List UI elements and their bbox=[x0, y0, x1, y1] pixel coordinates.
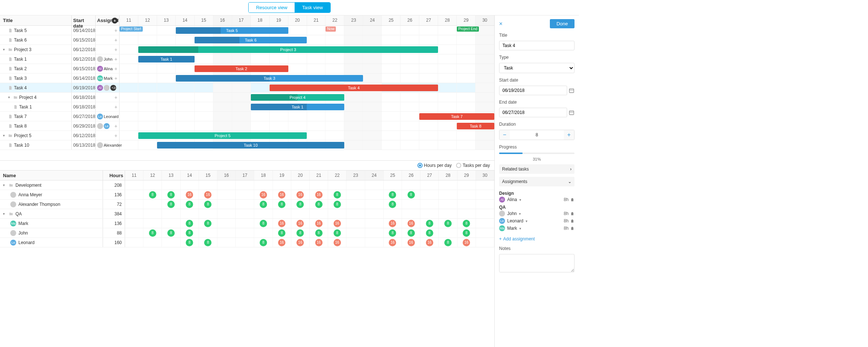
duration-value[interactable]: 8 bbox=[510, 132, 564, 137]
duration-increase-button[interactable]: + bbox=[564, 130, 574, 140]
delete-icon[interactable] bbox=[570, 226, 574, 230]
workload-bubble[interactable]: 16 bbox=[260, 191, 267, 198]
column-header-title[interactable]: Title bbox=[0, 15, 72, 25]
workload-bubble[interactable]: 16 bbox=[426, 239, 433, 246]
workload-bubble[interactable]: 8 bbox=[408, 191, 415, 198]
chevron-down-icon[interactable]: ▾ bbox=[3, 133, 7, 137]
chevron-down-icon[interactable]: ▾ bbox=[519, 226, 521, 230]
add-row-button[interactable]: + bbox=[114, 85, 117, 91]
workload-bubble[interactable]: 8 bbox=[389, 201, 396, 208]
add-row-button[interactable]: + bbox=[114, 37, 117, 43]
resource-row[interactable]: Anna Meyer 136 88161616161616888 bbox=[0, 190, 494, 200]
gantt-bar[interactable]: Task 1 bbox=[138, 56, 195, 62]
task-row[interactable]: ▾Project 4 06/18/2018 + Project 4 bbox=[0, 93, 494, 102]
column-header-assigned[interactable]: Assigned + bbox=[96, 15, 120, 25]
workload-bubble[interactable]: 8 bbox=[186, 220, 193, 227]
gantt-bar[interactable]: Task 7 bbox=[419, 113, 494, 120]
add-row-button[interactable]: + bbox=[114, 47, 117, 53]
resource-row[interactable]: LeLeonard 160 88816161616161616816 bbox=[0, 238, 494, 247]
resource-row[interactable]: ▾Development 208 bbox=[0, 180, 494, 190]
notes-textarea[interactable] bbox=[499, 254, 574, 272]
radio-hours-per-day[interactable]: Hours per day bbox=[417, 163, 452, 168]
gantt-bar[interactable]: Project 3 bbox=[138, 46, 438, 53]
workload-bubble[interactable]: 8 bbox=[334, 191, 341, 198]
task-row[interactable]: ▾Project 3 06/12/2018 + Project 3 bbox=[0, 45, 494, 54]
workload-bubble[interactable]: 16 bbox=[278, 220, 285, 227]
calendar-icon[interactable] bbox=[569, 87, 574, 93]
workload-bubble[interactable]: 8 bbox=[260, 201, 267, 208]
resource-row[interactable]: ▾QA 384 bbox=[0, 209, 494, 219]
task-row[interactable]: Task 1 06/18/2018 + Task 1 bbox=[0, 102, 494, 112]
workload-bubble[interactable]: 16 bbox=[296, 239, 304, 246]
workload-bubble[interactable]: 8 bbox=[463, 229, 470, 237]
workload-bubble[interactable]: 8 bbox=[444, 220, 452, 227]
assignment-row[interactable]: LeLeonard▾8h bbox=[499, 217, 574, 225]
workload-bubble[interactable]: 8 bbox=[167, 191, 175, 198]
workload-bubble[interactable]: 16 bbox=[408, 239, 415, 246]
chevron-down-icon[interactable]: ▾ bbox=[8, 95, 12, 99]
workload-bubble[interactable]: 16 bbox=[408, 220, 415, 227]
title-input[interactable] bbox=[499, 41, 574, 50]
resource-row[interactable]: MaMark 136 888161616161616888 bbox=[0, 219, 494, 228]
gantt-bar[interactable]: Task 4 bbox=[270, 85, 438, 91]
workload-bubble[interactable]: 8 bbox=[149, 191, 156, 198]
chevron-down-icon[interactable]: ▾ bbox=[526, 219, 527, 223]
workload-bubble[interactable]: 8 bbox=[204, 239, 211, 246]
add-row-button[interactable]: + bbox=[114, 142, 117, 148]
end-date-input[interactable] bbox=[499, 108, 567, 117]
workload-bubble[interactable]: 16 bbox=[334, 239, 341, 246]
column-header-start[interactable]: Start date bbox=[72, 15, 96, 25]
workload-bubble[interactable]: 16 bbox=[296, 220, 304, 227]
workload-bubble[interactable]: 16 bbox=[463, 239, 470, 246]
chevron-down-icon[interactable]: ▾ bbox=[519, 198, 521, 202]
workload-bubble[interactable]: 8 bbox=[315, 229, 323, 237]
close-panel-button[interactable]: × bbox=[499, 21, 502, 27]
chevron-down-icon[interactable]: ▾ bbox=[3, 183, 7, 187]
add-row-button[interactable]: + bbox=[114, 94, 117, 100]
workload-bubble[interactable]: 8 bbox=[334, 201, 341, 208]
chevron-down-icon[interactable]: ▾ bbox=[3, 47, 7, 51]
gantt-bar[interactable]: Task 2 bbox=[195, 65, 288, 72]
workload-bubble[interactable]: 16 bbox=[204, 191, 211, 198]
done-button[interactable]: Done bbox=[550, 19, 574, 28]
chevron-down-icon[interactable]: ▾ bbox=[519, 212, 521, 216]
task-row[interactable]: Task 1 06/12/2018 John + Task 1 bbox=[0, 54, 494, 64]
task-view-button[interactable]: Task view bbox=[295, 3, 330, 12]
gantt-bar[interactable]: Task 3 bbox=[176, 75, 363, 82]
workload-bubble[interactable]: 8 bbox=[204, 220, 211, 227]
add-row-button[interactable]: + bbox=[114, 28, 117, 33]
gantt-bar[interactable]: Project 5 bbox=[138, 132, 307, 139]
gantt-bar[interactable]: Task 6 bbox=[195, 37, 307, 43]
workload-bubble[interactable]: 8 bbox=[186, 239, 193, 246]
add-row-button[interactable]: + bbox=[114, 114, 117, 119]
workload-bubble[interactable]: 8 bbox=[296, 229, 304, 237]
duration-decrease-button[interactable]: − bbox=[499, 130, 510, 140]
workload-bubble[interactable]: 16 bbox=[278, 239, 285, 246]
delete-icon[interactable] bbox=[570, 197, 574, 202]
gantt-bar[interactable]: Task 5 bbox=[176, 27, 288, 34]
assignment-row[interactable]: AlAlina▾8h bbox=[499, 196, 574, 203]
task-row[interactable]: ▾Project 5 06/12/2018 + Project 5 bbox=[0, 131, 494, 140]
task-row[interactable]: Task 6 06/15/2018 + Task 6 bbox=[0, 35, 494, 45]
assignment-row[interactable]: MaMark▾8h bbox=[499, 225, 574, 232]
assignment-row[interactable]: John▾8h bbox=[499, 210, 574, 217]
workload-bubble[interactable]: 8 bbox=[186, 201, 193, 208]
workload-bubble[interactable]: 8 bbox=[389, 229, 396, 237]
workload-bubble[interactable]: 8 bbox=[278, 201, 285, 208]
add-row-button[interactable]: + bbox=[114, 66, 117, 72]
start-date-input[interactable] bbox=[499, 86, 567, 95]
workload-bubble[interactable]: 8 bbox=[167, 201, 175, 208]
delete-icon[interactable] bbox=[570, 211, 574, 216]
add-row-button[interactable]: + bbox=[114, 104, 117, 110]
gantt-bar[interactable]: Task 10 bbox=[157, 142, 345, 149]
workload-bubble[interactable]: 8 bbox=[204, 201, 211, 208]
workload-bubble[interactable]: 16 bbox=[186, 191, 193, 198]
workload-bubble[interactable]: 8 bbox=[426, 220, 433, 227]
calendar-icon[interactable] bbox=[569, 110, 574, 115]
task-row[interactable]: Task 10 06/13/2018 Alexander + Task 10 bbox=[0, 140, 494, 150]
task-row[interactable]: Task 3 06/14/2018 MaMark + Task 3 bbox=[0, 74, 494, 83]
chevron-down-icon[interactable]: ▾ bbox=[3, 212, 7, 216]
workload-bubble[interactable]: 8 bbox=[149, 229, 156, 237]
workload-bubble[interactable]: 8 bbox=[408, 229, 415, 237]
resource-row[interactable]: Alexander Thompson 72 888888888 bbox=[0, 200, 494, 209]
